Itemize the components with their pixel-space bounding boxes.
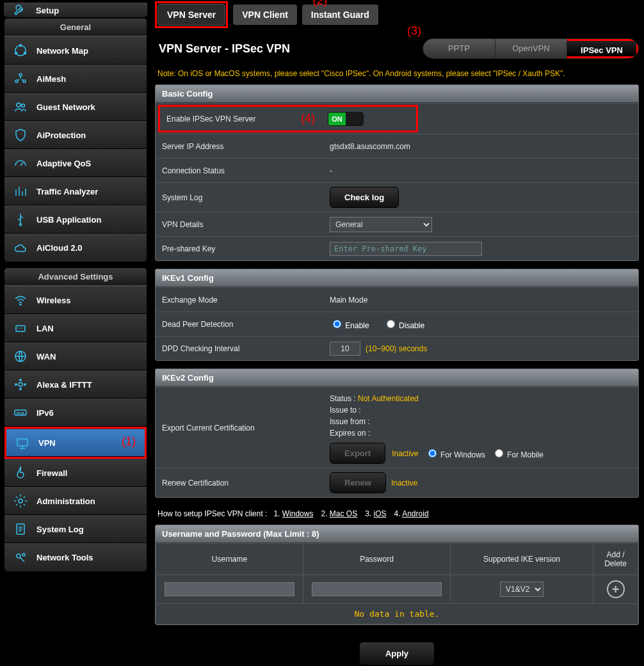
radio-label: For Mobile (507, 450, 543, 459)
svg-point-7 (17, 103, 20, 107)
toggle-enable-ipsec[interactable]: ON (328, 112, 364, 126)
sidebar-item-ipv6[interactable]: IPv6IPv6 (4, 399, 147, 427)
mesh-icon (12, 70, 29, 87)
sidebar-item-firewall[interactable]: Firewall (4, 459, 147, 487)
wrench-icon (12, 2, 28, 19)
svg-point-24 (22, 553, 25, 556)
input-psk[interactable] (330, 242, 482, 256)
radio-dpd-disable[interactable] (387, 320, 395, 328)
chart-icon (12, 183, 29, 200)
protocol-tab-openvpn[interactable]: OpenVPN (495, 39, 567, 58)
annotation-1-label: (1) (122, 435, 136, 448)
renew-cert-button[interactable]: Renew (330, 472, 386, 493)
value-connection-status: - (323, 163, 638, 179)
col-password: Password (303, 544, 451, 575)
label-system-log: System Log (156, 188, 323, 207)
value-server-ip: gtsdxt8.asuscomm.com (323, 138, 638, 155)
sidebar-general-header: General (4, 19, 147, 36)
nav-label: Firewall (36, 468, 67, 478)
sidebar-item-aiprotection[interactable]: AiProtection (4, 121, 147, 149)
radio-dpd-enable-wrap[interactable]: Enable (330, 318, 369, 330)
howto-link-windows[interactable]: Windows (282, 509, 314, 518)
radio-for-windows[interactable] (428, 449, 437, 457)
select-vpn-details[interactable]: General (330, 217, 432, 232)
globe-nodes-icon (12, 42, 29, 59)
nav-label: Adaptive QoS (36, 159, 91, 168)
howto-link-android[interactable]: Android (402, 509, 428, 518)
radio-for-mobile-wrap[interactable]: For Mobile (492, 447, 543, 459)
protocol-tab-ipsec[interactable]: IPSec VPN (567, 39, 638, 58)
usb-icon (12, 211, 29, 228)
label-export-cert: Export Current Certification (156, 418, 323, 438)
nav-label: System Log (36, 525, 84, 534)
fire-icon (12, 464, 29, 481)
gauge-icon (12, 155, 29, 171)
tab-instant-guard[interactable]: Instant Guard (302, 4, 378, 25)
howto-link-mac-os[interactable]: Mac OS (330, 509, 357, 518)
tab-vpn-server[interactable]: VPN Server (157, 4, 225, 26)
platform-note: Note: On iOS or MacOS systems, please se… (157, 69, 639, 78)
svg-point-13 (19, 383, 22, 386)
svg-point-15 (24, 384, 26, 385)
howto-link-ios[interactable]: iOS (373, 509, 386, 518)
svg-point-16 (20, 379, 21, 381)
check-log-button[interactable]: Check log (330, 187, 399, 208)
sidebar-item-alexa-ifttt[interactable]: Alexa & IFTTT (4, 370, 147, 399)
tab-vpn-client[interactable]: VPN Client (233, 4, 297, 25)
radio-label: Enable (345, 321, 369, 330)
nav-label: Traffic Analyzer (36, 187, 98, 196)
sidebar-item-usb-application[interactable]: USB Application (4, 205, 147, 234)
sidebar-item-wireless[interactable]: Wireless (4, 286, 147, 314)
protocol-tabs: PPTP OpenVPN IPSec VPN (423, 38, 639, 59)
sidebar-item-guest-network[interactable]: Guest Network (4, 93, 147, 121)
hint-dpd-interval: (10~900) seconds (366, 344, 427, 353)
apply-button[interactable]: Apply (359, 642, 435, 665)
add-user-button[interactable]: + (607, 580, 625, 598)
nav-label: AiCloud 2.0 (36, 243, 83, 253)
label-psk: Pre-shared Key (156, 239, 323, 258)
annotation-1-box: VPN(1) (4, 427, 147, 459)
sidebar-item-network-tools[interactable]: Network Tools (4, 543, 147, 571)
input-new-username[interactable] (165, 582, 295, 596)
sidebar-item-network-map[interactable]: Network Map (4, 36, 147, 65)
nav-label: AiProtection (36, 131, 86, 140)
radio-dpd-disable-wrap[interactable]: Disable (383, 318, 424, 330)
annotation-2-label: (2) (313, 0, 327, 8)
sidebar-item-lan[interactable]: LAN (4, 314, 147, 342)
section-ikev1: IKEv1 Config Exchange Mode Main Mode Dea… (155, 269, 639, 361)
annotation-2-box: VPN Server (155, 1, 228, 28)
export-cert-button[interactable]: Export (330, 443, 385, 464)
wan-icon (12, 348, 29, 365)
annotation-4-label: (4) (301, 112, 315, 125)
sidebar-item-aicloud-2-0[interactable]: AiCloud 2.0 (4, 234, 147, 262)
nav-label: Administration (36, 496, 95, 506)
input-new-password[interactable] (312, 582, 442, 596)
nav-label: Network Map (36, 46, 88, 56)
svg-point-14 (15, 384, 17, 385)
renew-inactive-label: Inactive (391, 479, 417, 488)
sidebar-item-aimesh[interactable]: AiMesh (4, 65, 147, 93)
svg-rect-20 (17, 439, 28, 446)
svg-point-4 (19, 74, 22, 76)
sidebar-item-setup[interactable]: Setup (4, 3, 147, 18)
value-exchange-mode: Main Mode (323, 292, 638, 308)
radio-dpd-enable[interactable] (333, 320, 341, 328)
label-exchange-mode: Exchange Mode (156, 290, 323, 310)
sidebar-item-administration[interactable]: Administration (4, 487, 147, 515)
sidebar-item-wan[interactable]: WAN (4, 342, 147, 370)
select-ike-version[interactable]: V1&V2 (500, 582, 543, 597)
sidebar-advanced-panel: Advanced Settings WirelessLANWANAlexa & … (4, 267, 147, 572)
radio-for-windows-wrap[interactable]: For Windows (425, 447, 485, 459)
protocol-tab-pptp[interactable]: PPTP (423, 39, 495, 58)
label-enable-ipsec: Enable IPSec VPN Server (166, 115, 255, 123)
section-ikev2: IKEv2 Config Export Current Certificatio… (155, 369, 639, 498)
sidebar-item-adaptive-qos[interactable]: Adaptive QoS (4, 149, 147, 177)
sidebar-item-traffic-analyzer[interactable]: Traffic Analyzer (4, 177, 147, 205)
nav-label: IPv6 (36, 408, 54, 418)
sidebar-item-system-log[interactable]: System Log (4, 515, 147, 543)
svg-point-8 (22, 104, 25, 107)
nav-label: AiMesh (36, 74, 66, 84)
label-renew-cert: Renew Certification (156, 473, 323, 493)
radio-for-mobile[interactable] (495, 449, 503, 457)
input-dpd-interval[interactable] (330, 342, 360, 356)
